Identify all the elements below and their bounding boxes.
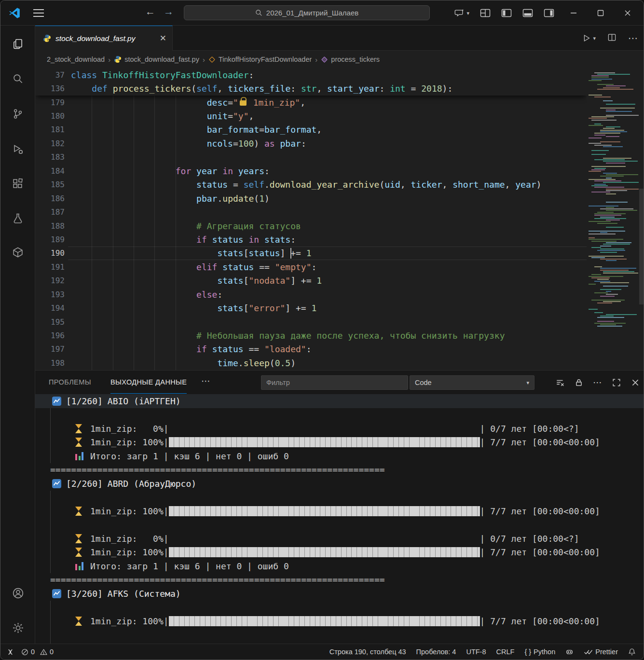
toggle-panel-button[interactable]: [522, 8, 533, 18]
close-tab-icon[interactable]: ✕: [160, 34, 166, 42]
code-text: stats["nodata"] += 1: [71, 275, 322, 286]
account-icon[interactable]: [0, 580, 35, 605]
output-channel-select[interactable]: Code ▾: [410, 375, 534, 390]
line-number[interactable]: 184: [35, 166, 71, 176]
minimap-line: [589, 206, 618, 206]
minimap-line: [597, 279, 609, 280]
line-number[interactable]: 186: [35, 194, 71, 203]
sticky-line: 37class TinkoffHistoryFastDownloader:: [35, 68, 587, 82]
formatter-status[interactable]: Prettier: [584, 648, 618, 656]
line-number[interactable]: 194: [35, 303, 71, 313]
minimap-line: [603, 161, 638, 162]
line-number[interactable]: 180: [35, 111, 71, 121]
close-window-button[interactable]: [617, 0, 639, 26]
breadcrumb-item[interactable]: stock_download_fast.py: [114, 55, 199, 63]
chevron-down-icon: ▾: [593, 35, 596, 41]
containers-cube-icon[interactable]: [0, 240, 35, 265]
line-number[interactable]: 191: [35, 262, 71, 272]
line-number[interactable]: 193: [35, 290, 71, 299]
back-button[interactable]: ←: [145, 6, 155, 17]
output-filter-input[interactable]: [261, 375, 408, 390]
panel-more-tabs-button[interactable]: ⋯: [201, 371, 210, 394]
tab-output[interactable]: ВЫХОДНЫЕ ДАННЫЕ: [110, 371, 187, 394]
line-number[interactable]: 185: [35, 180, 71, 189]
line-number[interactable]: 136: [35, 84, 71, 93]
maximize-panel-button[interactable]: [607, 375, 626, 390]
sticky-scroll[interactable]: 37class TinkoffHistoryFastDownloader:136…: [35, 68, 587, 96]
progress-label: 1min_zip: 100%|: [90, 506, 169, 516]
explorer-icon[interactable]: [0, 31, 35, 56]
indentation-setting[interactable]: Пробелов: 4: [416, 648, 456, 656]
line-number[interactable]: 179: [35, 98, 71, 107]
minimap-line: [587, 98, 639, 99]
tab-problems[interactable]: ПРОБЛЕМЫ: [49, 371, 91, 394]
line-number[interactable]: 189: [35, 235, 71, 244]
breadcrumb-item[interactable]: 2_stock_download: [47, 55, 105, 63]
menu-icon[interactable]: [32, 7, 45, 19]
line-number[interactable]: 182: [35, 139, 71, 148]
line-number[interactable]: 195: [35, 317, 71, 327]
output-log[interactable]: [1/260]ABIO (iАРТГЕН)1min_zip: 0%|| 0/7 …: [35, 394, 644, 645]
code-editor[interactable]: 179 desc=" 1min_zip",180 unit="y",181 ba…: [35, 68, 587, 370]
settings-gear-icon[interactable]: [0, 615, 35, 640]
clear-output-button[interactable]: [550, 375, 569, 390]
command-center[interactable]: 2026_01_Дмитрий_Шалаев: [184, 5, 430, 20]
line-number[interactable]: 183: [35, 152, 71, 162]
editor-scrollbar[interactable]: [639, 68, 644, 370]
testing-beaker-icon[interactable]: [0, 206, 35, 231]
eol-setting[interactable]: CRLF: [496, 648, 515, 656]
breadcrumb-item[interactable]: process_tickers: [321, 55, 380, 63]
tab-stock-download-fast[interactable]: stock_download_fast.py ✕: [35, 26, 173, 51]
line-number[interactable]: 197: [35, 344, 71, 354]
source-control-icon[interactable]: [0, 101, 35, 126]
remote-indicator[interactable]: [6, 648, 14, 656]
output-row: 1min_zip: 0%|| 0/7 лет [00:00<?]: [51, 422, 644, 436]
forward-button[interactable]: →: [164, 6, 174, 17]
extensions-icon[interactable]: [0, 171, 35, 196]
search-icon[interactable]: [0, 66, 35, 91]
minimap-line: [589, 237, 595, 238]
minimap[interactable]: [587, 68, 639, 370]
progress-label: 1min_zip: 100%|: [90, 547, 169, 557]
panel-more-actions-button[interactable]: ⋯: [588, 375, 607, 390]
line-number[interactable]: 196: [35, 331, 71, 340]
encoding-setting[interactable]: UTF-8: [466, 648, 486, 656]
line-number[interactable]: 187: [35, 207, 71, 217]
output-block-header: [3/260]AFKS (Система): [50, 587, 644, 601]
language-mode[interactable]: { } Python: [524, 648, 555, 656]
progress-stats: | 7/7 лет [00:00<00:00]: [480, 616, 600, 626]
code-line: 184 for year in years:: [35, 164, 587, 178]
minimize-button[interactable]: [562, 0, 585, 26]
customize-layout-button[interactable]: [480, 8, 491, 18]
copilot-icon: [565, 648, 574, 656]
run-debug-icon[interactable]: [0, 137, 35, 162]
breadcrumb-item[interactable]: TinkoffHistoryFastDownloader: [208, 55, 312, 63]
problems-indicator[interactable]: 0 0: [21, 648, 54, 656]
line-number[interactable]: 37: [35, 70, 71, 80]
copilot-chat-button[interactable]: ▾: [454, 8, 469, 18]
notifications-bell[interactable]: [628, 648, 636, 656]
line-number[interactable]: 188: [35, 221, 71, 231]
split-editor-button[interactable]: [607, 33, 617, 44]
maximize-button[interactable]: [589, 0, 612, 26]
cursor-position[interactable]: Строка 190, столбец 43: [329, 648, 406, 656]
minimap-line: [587, 151, 639, 153]
line-number[interactable]: 181: [35, 125, 71, 134]
minimap-line: [587, 155, 639, 157]
minimap-line: [600, 141, 620, 142]
toggle-sidebar-button[interactable]: [501, 8, 512, 18]
run-python-file-button[interactable]: ▾: [582, 33, 596, 43]
line-number[interactable]: 192: [35, 276, 71, 285]
minimap-line: [587, 90, 639, 92]
code-line: 198 time.sleep(0.5): [35, 356, 587, 370]
progress-stats: | 0/7 лет [00:00<?]: [480, 534, 579, 544]
editor-more-actions-button[interactable]: ⋯: [628, 36, 638, 41]
scrollbar-thumb[interactable]: [639, 189, 644, 304]
line-number[interactable]: 190: [35, 248, 71, 258]
copilot-status[interactable]: [565, 648, 574, 656]
close-panel-button[interactable]: [626, 375, 644, 390]
lock-autoscroll-button[interactable]: [569, 375, 588, 390]
toggle-secondary-sidebar-button[interactable]: [544, 8, 554, 18]
output-row: 1min_zip: 100%|| 7/7 лет [00:00<00:00]: [51, 614, 644, 628]
line-number[interactable]: 198: [35, 358, 71, 368]
